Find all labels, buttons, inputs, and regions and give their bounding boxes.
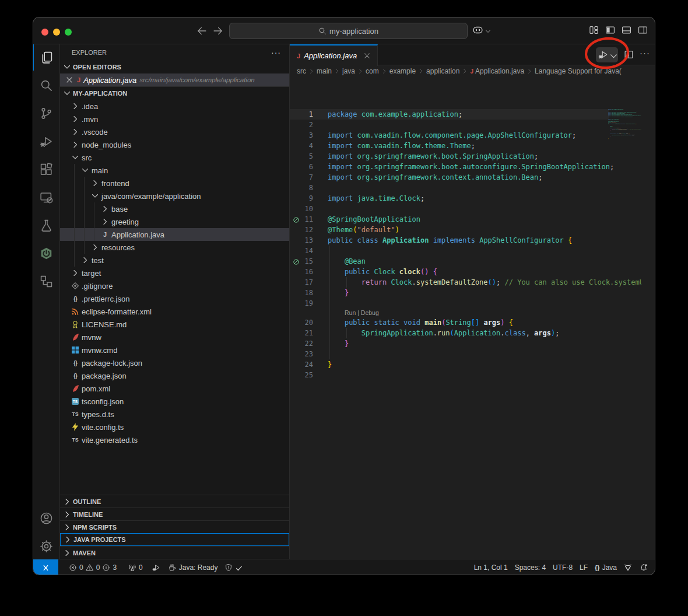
- tree-item-target[interactable]: target: [60, 267, 289, 279]
- close-editor-icon[interactable]: [65, 75, 74, 85]
- breadcrumb-item[interactable]: main: [317, 67, 332, 75]
- tree-item-eclipse-formatter.xml[interactable]: eclipse-formatter.xml: [60, 305, 289, 318]
- activity-explorer[interactable]: [33, 44, 60, 71]
- activity-accounts[interactable]: [33, 505, 59, 531]
- section-outline[interactable]: OUTLINE: [60, 495, 289, 508]
- activity-run-and-debug[interactable]: [33, 128, 59, 155]
- problems-status[interactable]: 0 0 3: [65, 559, 120, 575]
- close-tab-icon[interactable]: [363, 51, 371, 60]
- tree-item-.idea[interactable]: .idea: [60, 100, 289, 113]
- tree-item-license.md[interactable]: LICENSE.md: [60, 318, 289, 331]
- code-line-13[interactable]: 13public class Application implements Ap…: [290, 235, 609, 246]
- security-status[interactable]: [221, 559, 246, 575]
- toggle-primary-sidebar-icon[interactable]: [605, 25, 615, 35]
- code-line-24[interactable]: 24}: [290, 359, 609, 370]
- tree-item-main[interactable]: main: [60, 164, 289, 177]
- code-line-9[interactable]: 9import java.time.Clock;: [290, 193, 609, 204]
- tree-item-.gitignore[interactable]: .gitignore: [60, 279, 289, 292]
- zoom-window-button[interactable]: [65, 29, 72, 36]
- code-line-12[interactable]: 12@Theme("default"): [290, 225, 609, 235]
- encoding-status[interactable]: UTF-8: [549, 564, 576, 572]
- toggle-secondary-sidebar-icon[interactable]: [638, 25, 648, 35]
- minimap[interactable]: package com.example.application;import c…: [608, 109, 641, 377]
- open-editor-entry[interactable]: J Application.java src/main/java/com/exa…: [60, 74, 289, 86]
- code-line-16[interactable]: 16 public Clock clock() {: [290, 267, 609, 277]
- eol-status[interactable]: LF: [576, 564, 591, 572]
- scrollbar[interactable]: [641, 109, 655, 559]
- tree-item-src[interactable]: src: [60, 151, 289, 164]
- code-line-3[interactable]: 3import com.vaadin.flow.component.page.A…: [290, 130, 609, 141]
- code-line-6[interactable]: 6import org.springframework.boot.autocon…: [290, 162, 609, 172]
- activity-remote-explorer[interactable]: [33, 184, 59, 211]
- run-java-button[interactable]: [596, 47, 618, 62]
- tree-item-.mvn[interactable]: .mvn: [60, 113, 289, 125]
- customize-layout-icon[interactable]: [589, 25, 599, 35]
- activity-project-manager[interactable]: [33, 268, 59, 295]
- activity-spring-boot-dashboard[interactable]: [33, 240, 59, 267]
- run-status[interactable]: [149, 559, 164, 575]
- code-line-19[interactable]: 19: [290, 298, 609, 309]
- section-timeline[interactable]: TIMELINE: [60, 508, 289, 520]
- editor-more-actions[interactable]: ···: [640, 48, 650, 61]
- split-editor-button[interactable]: [624, 50, 634, 60]
- activity-source-control[interactable]: [33, 100, 59, 127]
- java-status[interactable]: Java: Ready: [164, 559, 222, 575]
- tree-item-node-modules[interactable]: node_modules: [60, 138, 289, 151]
- code-line-17[interactable]: 17 return Clock.systemDefaultZone(); // …: [290, 277, 609, 288]
- tree-item-vite.generated.ts[interactable]: TSvite.generated.ts: [60, 433, 289, 446]
- code-line-8[interactable]: 8: [290, 183, 609, 193]
- tree-item-package.json[interactable]: {}package.json: [60, 369, 289, 382]
- code-editor[interactable]: 1package com.example.application;23impor…: [290, 77, 655, 559]
- tree-item-java-com-example-application[interactable]: java/com/example/application: [60, 190, 289, 202]
- notifications-bell[interactable]: [636, 564, 651, 572]
- tree-item-package-lock.json[interactable]: {}package-lock.json: [60, 356, 289, 369]
- code-line-10[interactable]: 10: [290, 204, 609, 214]
- close-window-button[interactable]: [41, 29, 48, 36]
- code-line-2[interactable]: 2: [290, 120, 609, 130]
- code-line-18[interactable]: 18 }: [290, 288, 609, 298]
- tree-item-mvnw.cmd[interactable]: mvnw.cmd: [60, 344, 289, 356]
- nav-back-button[interactable]: [196, 25, 208, 37]
- section-npm-scripts[interactable]: NPM SCRIPTS: [60, 520, 289, 533]
- tree-item-types.d.ts[interactable]: TStypes.d.ts: [60, 408, 289, 421]
- breadcrumb-item[interactable]: com: [366, 67, 379, 75]
- code-line-5[interactable]: 5import org.springframework.boot.SpringA…: [290, 151, 609, 162]
- open-editors-header[interactable]: OPEN EDITORS: [60, 61, 289, 74]
- code-line-25[interactable]: 25: [290, 370, 609, 380]
- tab-application-java[interactable]: J Application.java: [290, 44, 378, 66]
- code-line-11[interactable]: 11@SpringBootApplication: [290, 214, 609, 225]
- code-line-14[interactable]: 14: [290, 246, 609, 256]
- activity-search[interactable]: [33, 72, 59, 99]
- nav-forward-button[interactable]: [212, 25, 224, 37]
- section-maven[interactable]: MAVEN: [60, 546, 289, 559]
- tree-item-.prettierrc.json[interactable]: {}.prettierrc.json: [60, 292, 289, 305]
- activity-extensions[interactable]: [33, 156, 59, 183]
- tree-item-mvnw[interactable]: mvnw: [60, 331, 289, 344]
- code-line-1[interactable]: 1package com.example.application;: [290, 109, 609, 120]
- breadcrumb-item[interactable]: Language Support for Java(: [535, 67, 622, 75]
- code-line-22[interactable]: 22 }: [290, 338, 609, 349]
- tree-item-.vscode[interactable]: .vscode: [60, 125, 289, 138]
- tree-item-frontend[interactable]: frontend: [60, 177, 289, 190]
- code-line-21[interactable]: 21 SpringApplication.run(Application.cla…: [290, 328, 609, 338]
- tree-item-resources[interactable]: resources: [60, 241, 289, 254]
- project-root-header[interactable]: MY-APPLICATION: [60, 86, 289, 100]
- minimize-window-button[interactable]: [53, 29, 60, 36]
- cursor-position[interactable]: Ln 1, Col 1: [471, 564, 511, 572]
- tree-item-vite.config.ts[interactable]: vite.config.ts: [60, 421, 289, 433]
- breadcrumb-item[interactable]: src: [297, 67, 306, 75]
- language-mode[interactable]: {} Java: [591, 564, 620, 572]
- toggle-panel-icon[interactable]: [622, 25, 631, 35]
- indentation-status[interactable]: Spaces: 4: [511, 564, 549, 572]
- section-java-projects[interactable]: JAVA PROJECTS: [60, 533, 289, 546]
- tree-item-test[interactable]: test: [60, 254, 289, 267]
- activity-testing[interactable]: [33, 212, 59, 239]
- code-line-15[interactable]: 15 @Bean: [290, 256, 609, 267]
- breadcrumb-item[interactable]: example: [389, 67, 416, 75]
- tree-item-pom.xml[interactable]: pom.xml: [60, 382, 289, 395]
- vaadin-status[interactable]: [620, 564, 636, 572]
- code-line-20[interactable]: 20 public static void main(String[] args…: [290, 317, 609, 328]
- breadcrumb-item[interactable]: java: [342, 67, 355, 75]
- remote-indicator[interactable]: [33, 559, 58, 575]
- breadcrumb-item[interactable]: application: [426, 67, 459, 75]
